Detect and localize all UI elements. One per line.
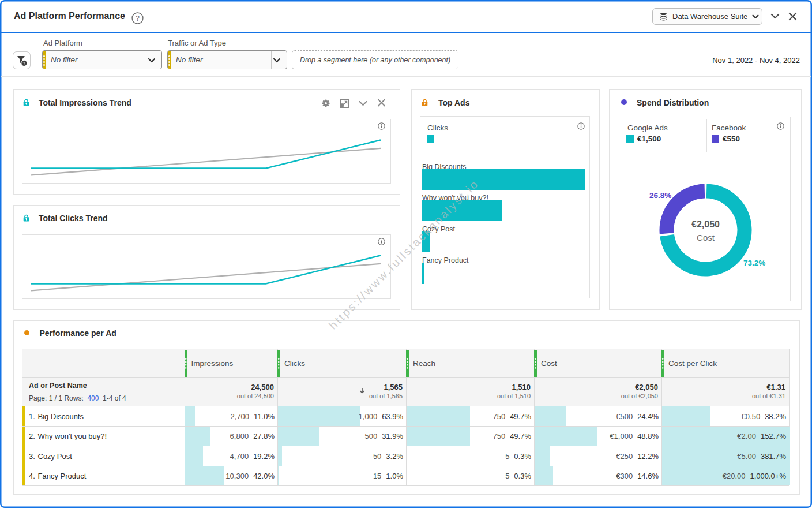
svg-text:?: ? bbox=[136, 14, 140, 23]
